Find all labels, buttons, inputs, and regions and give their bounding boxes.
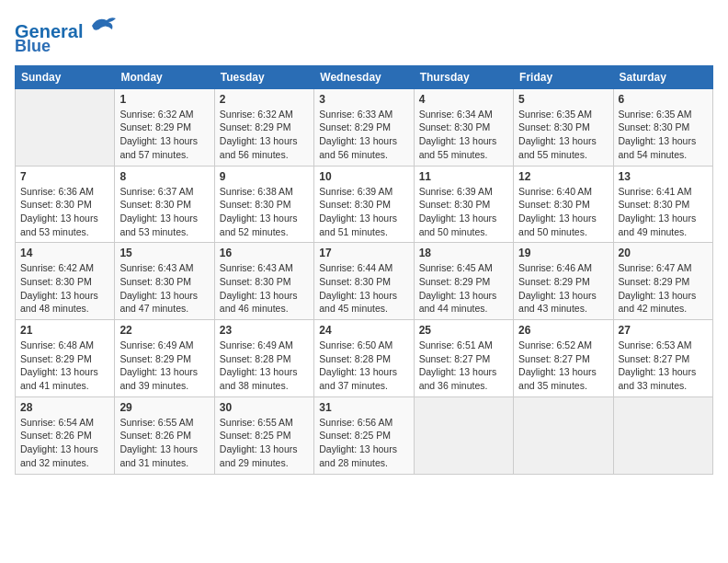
day-number: 27 xyxy=(619,324,708,337)
week-row-5: 28 Sunrise: 6:54 AM Sunset: 8:26 PM Dayl… xyxy=(16,396,713,474)
sunrise-label: Sunrise: 6:33 AM xyxy=(319,109,392,120)
calendar-cell: 12 Sunrise: 6:40 AM Sunset: 8:30 PM Dayl… xyxy=(514,166,613,243)
day-number: 18 xyxy=(419,247,508,259)
sunrise-label: Sunrise: 6:32 AM xyxy=(220,109,293,120)
sunset-label: Sunset: 8:25 PM xyxy=(220,430,291,441)
day-info: Sunrise: 6:55 AM Sunset: 8:25 PM Dayligh… xyxy=(220,416,309,470)
sunrise-label: Sunrise: 6:50 AM xyxy=(319,339,392,350)
day-info: Sunrise: 6:37 AM Sunset: 8:30 PM Dayligh… xyxy=(119,185,209,239)
day-info: Sunrise: 6:39 AM Sunset: 8:30 PM Dayligh… xyxy=(319,185,408,239)
sunrise-label: Sunrise: 6:56 AM xyxy=(319,417,392,428)
sunrise-label: Sunrise: 6:44 AM xyxy=(319,262,392,273)
sunset-label: Sunset: 8:30 PM xyxy=(319,276,391,287)
day-number: 10 xyxy=(319,170,408,183)
day-header-saturday: Saturday xyxy=(613,65,712,88)
sunrise-label: Sunrise: 6:42 AM xyxy=(20,262,94,273)
day-header-sunday: Sunday xyxy=(16,65,115,88)
sunrise-label: Sunrise: 6:40 AM xyxy=(518,186,592,197)
day-info: Sunrise: 6:42 AM Sunset: 8:30 PM Dayligh… xyxy=(20,261,109,316)
sunset-label: Sunset: 8:29 PM xyxy=(119,353,191,364)
sunset-label: Sunset: 8:30 PM xyxy=(119,199,191,210)
daylight-label: Daylight: 13 hours and 55 minutes. xyxy=(518,135,597,160)
sunrise-label: Sunrise: 6:46 AM xyxy=(518,262,592,273)
sunrise-label: Sunrise: 6:51 AM xyxy=(419,339,493,350)
daylight-label: Daylight: 13 hours and 50 minutes. xyxy=(518,213,597,237)
sunrise-label: Sunrise: 6:52 AM xyxy=(518,339,592,350)
daylight-label: Daylight: 13 hours and 36 minutes. xyxy=(419,366,497,391)
sunset-label: Sunset: 8:30 PM xyxy=(220,276,291,287)
day-info: Sunrise: 6:44 AM Sunset: 8:30 PM Dayligh… xyxy=(319,261,408,316)
sunrise-label: Sunrise: 6:43 AM xyxy=(220,262,293,273)
week-row-2: 7 Sunrise: 6:36 AM Sunset: 8:30 PM Dayli… xyxy=(16,166,713,243)
day-info: Sunrise: 6:43 AM Sunset: 8:30 PM Dayligh… xyxy=(119,261,209,316)
calendar-cell: 7 Sunrise: 6:36 AM Sunset: 8:30 PM Dayli… xyxy=(16,166,115,243)
daylight-label: Daylight: 13 hours and 38 minutes. xyxy=(220,366,298,391)
sunset-label: Sunset: 8:29 PM xyxy=(119,121,191,132)
daylight-label: Daylight: 13 hours and 32 minutes. xyxy=(20,443,98,468)
calendar-cell: 22 Sunrise: 6:49 AM Sunset: 8:29 PM Dayl… xyxy=(115,320,214,397)
week-row-3: 14 Sunrise: 6:42 AM Sunset: 8:30 PM Dayl… xyxy=(16,243,713,320)
calendar-cell: 24 Sunrise: 6:50 AM Sunset: 8:28 PM Dayl… xyxy=(314,320,414,397)
day-info: Sunrise: 6:39 AM Sunset: 8:30 PM Dayligh… xyxy=(419,185,508,239)
sunset-label: Sunset: 8:25 PM xyxy=(319,430,391,441)
calendar-cell: 27 Sunrise: 6:53 AM Sunset: 8:27 PM Dayl… xyxy=(613,320,712,397)
calendar-container: General Blue SundayMondayTuesdayWednesda… xyxy=(0,0,728,484)
day-number: 19 xyxy=(518,247,608,259)
sunset-label: Sunset: 8:30 PM xyxy=(319,199,391,210)
day-number: 29 xyxy=(119,401,209,414)
day-info: Sunrise: 6:45 AM Sunset: 8:29 PM Dayligh… xyxy=(419,261,508,316)
day-number: 20 xyxy=(619,247,708,259)
calendar-cell: 2 Sunrise: 6:32 AM Sunset: 8:29 PM Dayli… xyxy=(214,88,313,166)
daylight-label: Daylight: 13 hours and 52 minutes. xyxy=(220,213,298,237)
calendar-cell: 17 Sunrise: 6:44 AM Sunset: 8:30 PM Dayl… xyxy=(314,243,414,320)
calendar-cell: 13 Sunrise: 6:41 AM Sunset: 8:30 PM Dayl… xyxy=(613,166,712,243)
sunrise-label: Sunrise: 6:36 AM xyxy=(20,186,94,197)
sunset-label: Sunset: 8:30 PM xyxy=(619,121,690,132)
sunrise-label: Sunrise: 6:55 AM xyxy=(220,417,293,428)
day-info: Sunrise: 6:56 AM Sunset: 8:25 PM Dayligh… xyxy=(319,416,408,470)
calendar-cell: 25 Sunrise: 6:51 AM Sunset: 8:27 PM Dayl… xyxy=(414,320,513,397)
day-number: 12 xyxy=(518,170,608,183)
sunrise-label: Sunrise: 6:41 AM xyxy=(619,186,692,197)
calendar-cell: 5 Sunrise: 6:35 AM Sunset: 8:30 PM Dayli… xyxy=(514,88,613,166)
sunset-label: Sunset: 8:27 PM xyxy=(419,353,491,364)
day-number: 11 xyxy=(419,170,508,183)
day-number: 26 xyxy=(518,324,608,337)
sunrise-label: Sunrise: 6:49 AM xyxy=(119,339,193,350)
sunset-label: Sunset: 8:30 PM xyxy=(20,276,92,287)
sunrise-label: Sunrise: 6:47 AM xyxy=(619,262,692,273)
daylight-label: Daylight: 13 hours and 50 minutes. xyxy=(419,213,497,237)
day-header-thursday: Thursday xyxy=(414,65,513,88)
daylight-label: Daylight: 13 hours and 49 minutes. xyxy=(619,213,697,237)
calendar-cell: 21 Sunrise: 6:48 AM Sunset: 8:29 PM Dayl… xyxy=(16,320,115,397)
calendar-cell: 19 Sunrise: 6:46 AM Sunset: 8:29 PM Dayl… xyxy=(514,243,613,320)
day-header-wednesday: Wednesday xyxy=(314,65,414,88)
calendar-cell xyxy=(613,396,712,474)
daylight-label: Daylight: 13 hours and 56 minutes. xyxy=(319,135,397,160)
sunset-label: Sunset: 8:28 PM xyxy=(220,353,291,364)
day-info: Sunrise: 6:53 AM Sunset: 8:27 PM Dayligh… xyxy=(619,339,708,393)
sunrise-label: Sunrise: 6:43 AM xyxy=(119,262,193,273)
sunrise-label: Sunrise: 6:35 AM xyxy=(518,109,592,120)
calendar-cell: 8 Sunrise: 6:37 AM Sunset: 8:30 PM Dayli… xyxy=(115,166,214,243)
daylight-label: Daylight: 13 hours and 33 minutes. xyxy=(619,366,697,391)
daylight-label: Daylight: 13 hours and 35 minutes. xyxy=(518,366,597,391)
day-number: 3 xyxy=(319,93,408,106)
daylight-label: Daylight: 13 hours and 55 minutes. xyxy=(419,135,497,160)
day-number: 22 xyxy=(119,324,209,337)
day-number: 31 xyxy=(319,401,408,414)
days-header-row: SundayMondayTuesdayWednesdayThursdayFrid… xyxy=(16,65,713,88)
day-number: 25 xyxy=(419,324,508,337)
sunset-label: Sunset: 8:26 PM xyxy=(20,430,92,441)
sunrise-label: Sunrise: 6:35 AM xyxy=(619,109,692,120)
day-info: Sunrise: 6:41 AM Sunset: 8:30 PM Dayligh… xyxy=(619,185,708,239)
day-number: 7 xyxy=(20,170,109,183)
daylight-label: Daylight: 13 hours and 45 minutes. xyxy=(319,290,397,315)
day-number: 4 xyxy=(419,93,508,106)
day-header-tuesday: Tuesday xyxy=(214,65,313,88)
day-number: 28 xyxy=(20,401,109,414)
day-info: Sunrise: 6:49 AM Sunset: 8:28 PM Dayligh… xyxy=(220,339,309,393)
day-info: Sunrise: 6:49 AM Sunset: 8:29 PM Dayligh… xyxy=(119,339,209,393)
sunset-label: Sunset: 8:30 PM xyxy=(220,199,291,210)
daylight-label: Daylight: 13 hours and 53 minutes. xyxy=(20,213,98,237)
